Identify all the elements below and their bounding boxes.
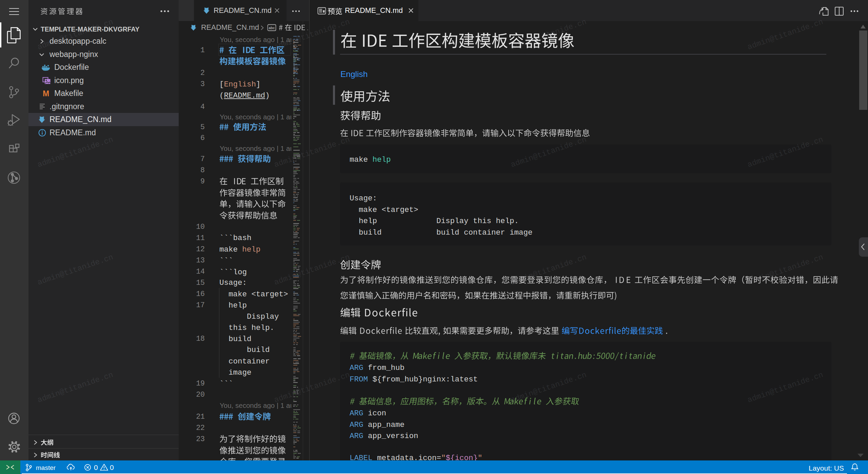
svg-text:abc: abc [269,26,275,30]
